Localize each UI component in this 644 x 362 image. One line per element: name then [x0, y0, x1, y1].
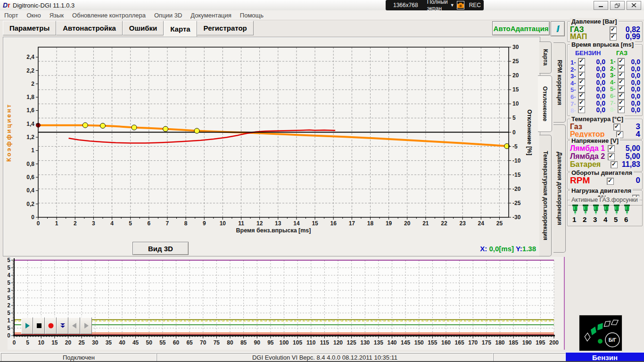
- step-back-button[interactable]: [68, 317, 80, 334]
- temperature-row-gas: Газ3: [570, 123, 640, 131]
- scroll-down-button[interactable]: [57, 317, 68, 334]
- svg-text:0: 0: [31, 214, 34, 221]
- info-button[interactable]: i: [551, 21, 565, 36]
- tab-map[interactable]: Карта: [164, 21, 197, 37]
- tab-parameters[interactable]: Параметры: [3, 21, 56, 35]
- svg-text:4: 4: [110, 220, 114, 227]
- autoadaptation-button[interactable]: АвтоАдаптация: [492, 21, 550, 35]
- rpm-row: RPM0: [570, 177, 640, 184]
- gas-injector-icon-6: [623, 205, 631, 215]
- tab-errors[interactable]: Ошибки: [123, 21, 164, 35]
- map-chart[interactable]: 0123456789101112131415161718192021222324…: [3, 37, 539, 255]
- map-point[interactable]: [83, 123, 88, 128]
- play-button[interactable]: [21, 317, 33, 334]
- svg-text:13: 13: [275, 220, 281, 227]
- voltage-checkbox-lambda1[interactable]: [608, 145, 615, 152]
- injector-number-3: 3: [593, 215, 597, 223]
- svg-text:1: 1: [55, 220, 58, 227]
- x-axis-label: Время бенз.впрыска [ms]: [236, 227, 311, 234]
- injection-row-1: 1-0,01-0,0: [570, 58, 640, 65]
- pressure-box-title: Давление [Bar]: [570, 18, 619, 25]
- gas-value-6: 0,0: [625, 92, 640, 100]
- view-3d-button[interactable]: Вид 3D: [132, 242, 189, 255]
- side-tab-pressure-correction[interactable]: Давления доп.коррекция: [553, 124, 566, 253]
- menu-item-controller-update[interactable]: Обновление контроллера: [68, 12, 150, 19]
- menu-item-window[interactable]: Окно: [22, 12, 45, 19]
- svg-text:1,6: 1,6: [26, 107, 34, 114]
- map-point[interactable]: [132, 125, 137, 130]
- svg-text:1,5: 1,5: [8, 310, 10, 316]
- side-tab-map[interactable]: Карта: [539, 41, 552, 74]
- pressure-checkbox-map[interactable]: [610, 33, 617, 41]
- gas-injector-icon-3: [592, 205, 600, 215]
- injector-number-1: 1: [572, 215, 576, 223]
- step-forward-icon: [83, 322, 90, 329]
- svg-text:23: 23: [459, 220, 466, 227]
- step-forward-button[interactable]: [80, 317, 92, 334]
- injection-row-8: 8-0,08-0,0: [570, 106, 640, 113]
- gas-value-8: 0,0: [625, 106, 640, 114]
- fuel-mode-indicator[interactable]: Бензин: [566, 353, 644, 362]
- petrol-checkbox-8[interactable]: [578, 106, 585, 113]
- menu-item-language[interactable]: Язык: [45, 12, 68, 19]
- svg-text:8: 8: [184, 220, 188, 227]
- camera-button[interactable]: [457, 1, 464, 9]
- side-tab-rpm-correction[interactable]: RPM коррекция: [553, 42, 566, 123]
- svg-text:-20: -20: [512, 186, 521, 192]
- svg-text:11: 11: [238, 220, 244, 227]
- voltage-checkbox-battery[interactable]: [611, 161, 618, 168]
- status-bar: Подключен DGI Evolution VI Верс. 8.4 4.0…: [0, 352, 644, 362]
- title-bar: Dr Digitronic-DGI 11.1.0.3 644x362 Полн…: [0, 0, 644, 11]
- map-point[interactable]: [194, 128, 199, 133]
- pressure-row-map: МАП0,99: [570, 33, 640, 41]
- menu-item-port[interactable]: Порт: [0, 12, 22, 19]
- svg-text:1,8: 1,8: [26, 94, 34, 100]
- step-back-icon: [71, 322, 78, 329]
- recorder-mode-dropdown-icon[interactable]: ▼: [450, 3, 454, 8]
- fuel-gauge-panel[interactable]: Б/Г: [579, 315, 622, 351]
- svg-text:85: 85: [240, 339, 247, 346]
- map-point[interactable]: [100, 123, 105, 128]
- close-button[interactable]: [627, 1, 641, 10]
- svg-text:22: 22: [441, 220, 447, 227]
- scroll-down-icon: [59, 322, 66, 329]
- svg-text:40: 40: [119, 339, 125, 346]
- svg-text:55: 55: [159, 339, 166, 346]
- tab-autotune[interactable]: Автонастройка: [56, 21, 123, 35]
- svg-text:2: 2: [74, 220, 77, 227]
- svg-text:70: 70: [200, 339, 206, 346]
- menu-item-options-3d[interactable]: Опции 3D: [150, 12, 186, 19]
- svg-text:0: 0: [8, 332, 10, 339]
- map-point[interactable]: [163, 126, 168, 132]
- cursor-readout: X: 0,0[ms] Y:1.38: [442, 245, 536, 253]
- side-tab-deviation[interactable]: Отклонение: [538, 75, 552, 132]
- record-button[interactable]: [45, 317, 57, 334]
- svg-text:1: 1: [8, 317, 10, 324]
- temperature-checkbox-gas[interactable]: [613, 123, 620, 131]
- svg-text:10: 10: [512, 100, 519, 107]
- svg-text:115: 115: [320, 339, 330, 346]
- tab-recorder[interactable]: Регистратор: [197, 21, 254, 35]
- voltage-box-title: Напряжение [V]: [570, 137, 620, 144]
- svg-text:100: 100: [279, 339, 289, 346]
- voltage-checkbox-lambda2[interactable]: [608, 153, 615, 160]
- injector-number-5: 5: [614, 215, 618, 223]
- gas-checkbox-8[interactable]: [618, 106, 625, 113]
- petrol-value-5: 0,0: [588, 85, 605, 93]
- pressure-label-map: МАП: [570, 33, 587, 41]
- pressure-checkbox-gas[interactable]: [610, 26, 617, 33]
- voltage-row-battery: Батарея11,83: [570, 161, 640, 168]
- rpm-checkbox[interactable]: [607, 178, 614, 185]
- restore-button[interactable]: [610, 1, 625, 10]
- svg-text:3: 3: [92, 220, 95, 227]
- menu-item-documentation[interactable]: Документация: [186, 12, 236, 19]
- svg-text:0,8: 0,8: [26, 161, 34, 167]
- rec-label: REC: [469, 2, 481, 8]
- side-tab-temp-correction[interactable]: Температурная доп.коррекция: [539, 135, 552, 256]
- minimize-button[interactable]: [594, 1, 608, 10]
- camera-icon: [457, 3, 464, 8]
- injection-col-petrol: БЕНЗИН: [575, 49, 601, 57]
- stop-button[interactable]: [33, 317, 45, 334]
- petrol-value-3: 0,0: [588, 72, 605, 79]
- menu-item-help[interactable]: Помощь: [236, 12, 268, 19]
